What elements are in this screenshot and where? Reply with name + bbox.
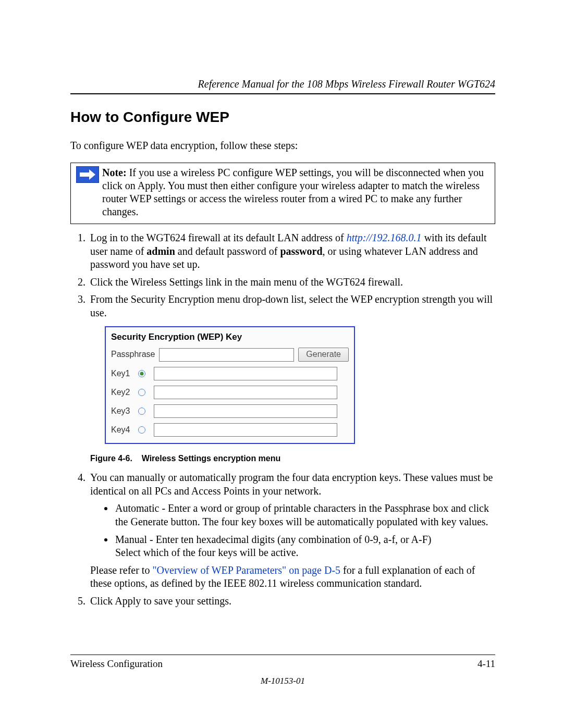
footer-rule (70, 655, 495, 655)
step-4-refer-a: Please refer to (90, 564, 152, 576)
key-input[interactable] (154, 367, 337, 380)
lan-address-link[interactable]: http://192.168.0.1 (347, 232, 422, 243)
password-bold: password (280, 245, 322, 257)
key-radio[interactable] (138, 370, 145, 377)
step-3: From the Security Encryption menu drop-d… (88, 293, 495, 464)
page-footer: Wireless Configuration 4-11 M-10153-01 (70, 655, 495, 686)
section-title: How to Configure WEP (70, 109, 495, 126)
key-input[interactable] (154, 404, 337, 418)
generate-button[interactable]: Generate (298, 348, 349, 361)
figure-caption: Figure 4-6. Wireless Settings encryption… (90, 453, 495, 464)
step-2: Click the Wireless Settings link in the … (88, 276, 495, 289)
passphrase-row: Passphrase Generate (111, 348, 349, 361)
key-label: Key4 (111, 425, 137, 435)
figure-container: Security Encryption (WEP) Key Passphrase… (105, 326, 495, 444)
key-label: Key2 (111, 387, 137, 398)
key-input[interactable] (154, 386, 337, 399)
wep-overview-link[interactable]: "Overview of WEP Parameters" on page D-5 (152, 564, 340, 576)
intro-paragraph: To configure WEP data encryption, follow… (70, 139, 495, 152)
bullet-manual-line2: Select which of the four keys will be ac… (115, 547, 299, 558)
steps-list: Log in to the WGT624 firewall at its def… (70, 231, 495, 608)
step-3-text: From the Security Encryption menu drop-d… (90, 293, 493, 318)
passphrase-label: Passphrase (111, 349, 159, 360)
document-id: M-10153-01 (70, 676, 495, 686)
step-1-text-a: Log in to the WGT624 firewall at its def… (90, 232, 347, 243)
note-body: If you use a wireless PC configure WEP s… (102, 167, 484, 217)
note-text: Note: If you use a wireless PC configure… (102, 163, 495, 224)
step-4: You can manually or automatically progra… (88, 471, 495, 590)
figure-caption-label: Figure 4-6. (90, 454, 132, 463)
passphrase-input[interactable] (159, 348, 294, 362)
note-label: Note: (102, 167, 127, 178)
document-page: Reference Manual for the 108 Mbps Wirele… (0, 0, 563, 728)
key-label: Key3 (111, 406, 137, 416)
footer-row: Wireless Configuration 4-11 (70, 658, 495, 670)
key-radio[interactable] (138, 426, 145, 434)
keys-container: Key1Key2Key3Key4 (111, 367, 349, 437)
bullet-automatic: Automatic - Enter a word or group of pri… (114, 502, 495, 528)
admin-bold: admin (146, 245, 175, 257)
header-rule (70, 93, 495, 94)
key-radio[interactable] (138, 389, 145, 396)
step-4-bullets: Automatic - Enter a word or group of pri… (90, 502, 495, 559)
wep-panel: Security Encryption (WEP) Key Passphrase… (105, 326, 355, 444)
key-input[interactable] (154, 423, 337, 437)
step-1: Log in to the WGT624 firewall at its def… (88, 231, 495, 272)
step-1-text-c: and default password of (175, 245, 280, 257)
key-row: Key4 (111, 423, 349, 437)
bullet-manual: Manual - Enter ten hexadecimal digits (a… (114, 533, 495, 560)
note-icon-cell (71, 163, 102, 186)
key-row: Key1 (111, 367, 349, 380)
note-box: Note: If you use a wireless PC configure… (70, 163, 495, 224)
footer-left: Wireless Configuration (70, 658, 163, 670)
wep-panel-title: Security Encryption (WEP) Key (111, 331, 349, 343)
figure-caption-text: Wireless Settings encryption menu (142, 454, 281, 463)
running-header: Reference Manual for the 108 Mbps Wirele… (70, 78, 495, 90)
step-5: Click Apply to save your settings. (88, 595, 495, 608)
key-row: Key3 (111, 404, 349, 418)
key-row: Key2 (111, 386, 349, 399)
arrow-right-icon (76, 166, 99, 183)
step-4-text-a: You can manually or automatically progra… (90, 472, 493, 497)
key-label: Key1 (111, 368, 137, 379)
footer-page-number: 4-11 (478, 658, 495, 670)
key-radio[interactable] (138, 408, 145, 415)
bullet-manual-line1: Manual - Enter ten hexadecimal digits (a… (115, 534, 431, 545)
